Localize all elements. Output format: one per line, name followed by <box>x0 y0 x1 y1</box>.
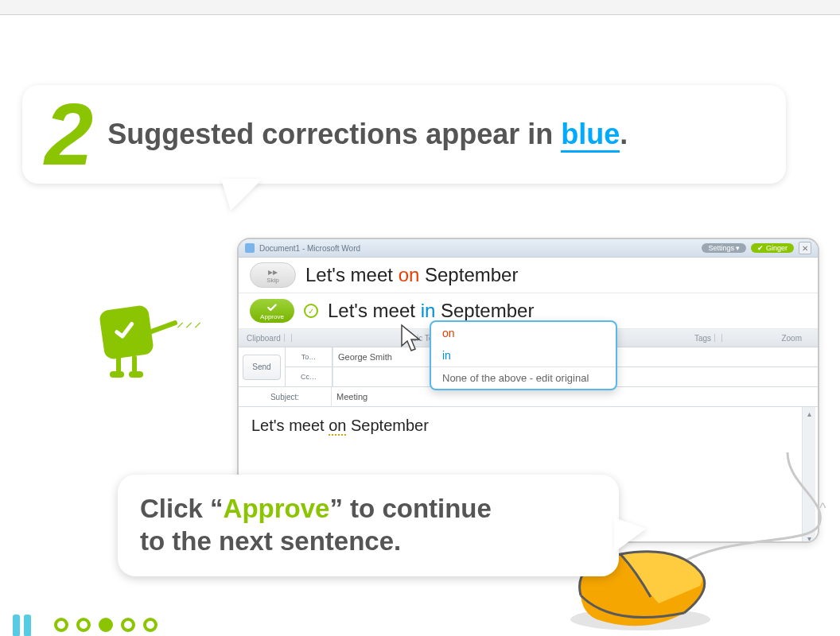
approve-label: Approve <box>260 313 284 320</box>
body-marked-word[interactable]: on <box>329 417 346 436</box>
send-button[interactable]: Send <box>243 355 281 380</box>
orig-post: September <box>419 264 518 285</box>
app-icon <box>245 243 255 253</box>
ribbon-handle-icon <box>284 334 292 342</box>
suggestion-option-none[interactable]: None of the above - edit original <box>431 366 616 389</box>
body-pre: Let's meet <box>251 417 329 434</box>
stage: 2 Suggested corrections appear in blue. … <box>0 14 840 636</box>
to-button[interactable]: To… <box>286 347 332 367</box>
send-column: Send <box>239 347 286 386</box>
corr-post: September <box>435 300 534 321</box>
page-dot-1[interactable] <box>54 618 68 632</box>
cc-button[interactable]: Cc… <box>286 367 332 386</box>
b2-mid: ” to continue <box>329 494 491 523</box>
window-titlebar: Document1 - Microsoft Word Settings ▾ ✔ … <box>239 239 818 258</box>
approve-check-icon <box>266 302 278 313</box>
bubble1-text: Suggested corrections appear in blue. <box>107 118 628 151</box>
bubble1-tail <box>221 179 262 211</box>
pagination-dots <box>54 618 158 632</box>
ribbon-tags: Tags <box>694 334 722 343</box>
original-sentence: Let's meet on September <box>305 264 518 286</box>
b2-prefix: Click “ <box>140 494 224 523</box>
skip-icon: ▸▸ <box>268 267 278 277</box>
mascot-foot <box>129 371 143 378</box>
pause-bar-icon <box>13 615 20 636</box>
corr-pre: Let's meet <box>328 300 421 321</box>
bubble2-text: Click “Approve” to continue to the next … <box>140 492 597 558</box>
ribbon-clipboard: Clipboard <box>247 334 292 343</box>
bubble2-tail <box>614 518 646 553</box>
instruction-bubble-2: Click “Approve” to continue to the next … <box>118 475 619 576</box>
b2-approve: Approve <box>224 494 330 523</box>
mascot-hand: ⸝⸝⸝ <box>177 312 203 329</box>
approve-button[interactable]: Approve <box>250 299 294 323</box>
page-dot-3[interactable] <box>99 618 113 632</box>
mascot-body <box>99 304 154 360</box>
orig-error: on <box>399 264 420 285</box>
body-post: September <box>346 417 428 434</box>
window-title: Document1 - Microsoft Word <box>259 244 360 253</box>
suggestion-option-on[interactable]: on <box>431 322 616 344</box>
b2-line2: to the next sentence. <box>140 526 401 556</box>
to-cc-buttons: To… Cc… <box>286 347 332 386</box>
row-tick-icon: ✓ <box>304 304 318 318</box>
original-row: ▸▸ Skip Let's meet on September <box>239 258 818 293</box>
checkmark-icon <box>111 317 138 344</box>
bubble1-prefix: Suggested corrections appear in <box>107 118 561 150</box>
close-icon: ✕ <box>802 244 808 253</box>
settings-button[interactable]: Settings ▾ <box>702 243 746 253</box>
mouse-pointer-icon <box>399 324 428 359</box>
mascot-leg <box>132 355 137 373</box>
subject-label: Subject: <box>239 393 331 401</box>
mascot-arm <box>146 320 178 335</box>
titlebar-right: Settings ▾ ✔ Ginger ✕ <box>702 242 811 254</box>
correction-panel: ▸▸ Skip Let's meet on September Approve … <box>239 258 818 329</box>
corrected-sentence: Let's meet in September <box>328 300 534 322</box>
ribbon-zoom: Zoom <box>781 334 802 343</box>
bubble1-suffix: . <box>620 118 628 150</box>
suggestion-option-in[interactable]: in <box>431 344 616 366</box>
step-number: 2 <box>45 91 93 178</box>
page-dot-2[interactable] <box>76 618 91 632</box>
skip-button[interactable]: ▸▸ Skip <box>250 262 296 288</box>
mascot-leg <box>116 355 121 373</box>
mascot-foot <box>110 371 124 378</box>
orig-pre: Let's meet <box>305 264 399 285</box>
ribbon-handle-icon <box>714 334 722 342</box>
suggestion-popup: on in None of the above - edit original <box>430 320 617 390</box>
skip-label: Skip <box>266 277 279 284</box>
corr-fix: in <box>421 300 436 321</box>
page-dot-4[interactable] <box>121 618 135 632</box>
mascot-icon: ⸝⸝⸝ <box>102 308 151 357</box>
ginger-button[interactable]: ✔ Ginger <box>751 243 794 253</box>
page-dot-5[interactable] <box>143 618 158 632</box>
titlebar-left: Document1 - Microsoft Word <box>245 243 360 253</box>
bubble1-highlight: blue <box>561 118 620 153</box>
pause-bar-icon <box>24 615 31 636</box>
instruction-bubble-1: 2 Suggested corrections appear in blue. <box>22 85 786 184</box>
pause-button[interactable] <box>13 615 31 636</box>
close-button[interactable]: ✕ <box>799 242 811 254</box>
scroll-up-icon[interactable]: ▴ <box>807 409 811 418</box>
